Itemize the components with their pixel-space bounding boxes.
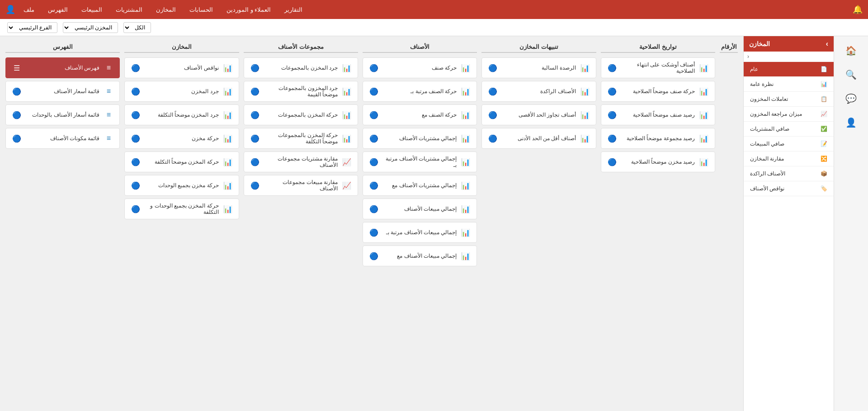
makhazin-label-4: حركة المخزن موضحاً التكلفة xyxy=(145,159,218,165)
menu-item-compare[interactable]: 🔀 مقارنة المخازن xyxy=(744,151,834,166)
menu-item-net-purchases[interactable]: ✅ صافي المشتريات xyxy=(744,122,834,137)
tanbihat-item-1[interactable]: 📊 الأصناف الراكدة 🔵 xyxy=(481,81,596,102)
tarikh-item-0[interactable]: 📊 أصناف أوشكت على انتهاء الصلاحية 🔵 xyxy=(601,57,715,78)
menu-item-stagnant[interactable]: 📦 الأصناف الراكدة xyxy=(744,166,834,181)
makhazin-item-2[interactable]: 📊 جرد المخزن موضحاً التكلفة 🔵 xyxy=(124,104,239,125)
asnaf-label-8: إجمالي مبيعات الأصناف مع xyxy=(383,253,457,259)
branch-select[interactable]: الفرع الرئيسي xyxy=(7,22,57,33)
makhazin-indicator-icon-0: 🔵 xyxy=(129,61,142,74)
majmouat-item-5[interactable]: 📈 مقارنة مبيعات مجموعات الأصناف 🔵 xyxy=(244,175,358,196)
asnaf-chart-icon-8: 📊 xyxy=(459,250,472,262)
section-tarikh-title: تواريخ الصلاحية xyxy=(601,42,715,53)
fihras-item-1[interactable]: ≡ قائمة أسعار الأصناف 🔵 xyxy=(5,81,120,102)
menu-item-balance[interactable]: 📈 ميزان مراجعة المخزون xyxy=(744,107,834,122)
fihras-item-2[interactable]: ≡ قائمة أسعار الأصناف بالوحدات 🔵 xyxy=(5,104,120,125)
nav-left: 🔔 xyxy=(853,5,863,14)
fihras-filter-icon-0: ≡ xyxy=(102,61,115,74)
makhazin-item-0[interactable]: 📊 نواقص الأصناف 🔵 xyxy=(124,57,239,78)
sidebar-item-search[interactable]: 🔍 xyxy=(835,64,867,87)
majmouat-item-4[interactable]: 📈 مقارنة مشتريات مجموعات الأصناف 🔵 xyxy=(244,151,358,172)
tanbihat-item-0[interactable]: 📊 الرصدة السالبة 🔵 xyxy=(481,57,596,78)
right-panel-toggle[interactable]: ‹ xyxy=(744,52,834,62)
makhazin-item-5[interactable]: 📊 حركة مخزن بجميع الوحدات 🔵 xyxy=(124,175,239,196)
fihras-label-2: قائمة أسعار الأصناف بالوحدات xyxy=(26,112,99,118)
asnaf-item-3[interactable]: 📊 إجمالي مشتريات الأصناف 🔵 xyxy=(363,128,477,149)
menu-item-net-sales[interactable]: 📝 صافي المبيعات xyxy=(744,137,834,151)
bell-icon[interactable]: 🔔 xyxy=(853,5,863,14)
asnaf-indicator-icon-3: 🔵 xyxy=(368,132,380,145)
makhazin-label-2: جرد المخزن موضحاً التكلفة xyxy=(145,112,218,118)
second-bar: الكل المخزن الرئيسي الفرع الرئيسي xyxy=(0,19,868,36)
asnaf-chart-icon-5: 📊 xyxy=(459,179,472,192)
tarikh-item-2[interactable]: 📊 رصيد صنف موضحاً الصلاحية 🔵 xyxy=(601,104,715,125)
asnaf-indicator-icon-7: 🔵 xyxy=(368,226,380,239)
asnaf-indicator-icon-2: 🔵 xyxy=(368,109,380,121)
majmouat-item-2[interactable]: 📊 حركة المخزن بالمجموعات 🔵 xyxy=(244,104,358,125)
tarikh-label-4: رصيد مخزن موضحاً الصلاحية xyxy=(621,159,695,165)
all-select[interactable]: الكل xyxy=(123,22,151,33)
asnaf-label-0: حركة صنف xyxy=(383,65,457,71)
makhazin-item-3[interactable]: 📊 حركة مخزن 🔵 xyxy=(124,128,239,149)
majmouat-indicator-icon-0: 🔵 xyxy=(249,61,261,74)
section-makhazin-title: المخازن xyxy=(124,42,239,53)
user-icon[interactable]: 👤 xyxy=(5,5,15,14)
warehouse-select[interactable]: المخزن الرئيسي xyxy=(63,22,118,33)
sidebar-item-whatsapp[interactable]: 💬 xyxy=(835,88,867,111)
tarikh-indicator-icon-2: 🔵 xyxy=(606,109,618,121)
majmouat-item-3[interactable]: 📊 حركة المخزن بالمجموعات موضحاً التكلفة … xyxy=(244,128,358,149)
menu-item-overview[interactable]: 📊 نظرة عامة xyxy=(744,77,834,92)
section-asnaf-title: الأصناف xyxy=(363,42,477,53)
makhazin-label-1: جرد المخزن xyxy=(145,88,218,94)
tanbihat-item-3[interactable]: 📊 أصناف أقل من الحد الأدنى 🔵 xyxy=(481,128,596,149)
asnaf-item-1[interactable]: 📊 حركة الصنف مرتبة بـ 🔵 xyxy=(363,81,477,102)
tanbihat-indicator-icon-3: 🔵 xyxy=(486,132,499,145)
nav-item-warehouses[interactable]: المخازن xyxy=(151,4,181,16)
menu-item-shortages[interactable]: 🏷️ نواقص الأصناف xyxy=(744,181,834,196)
asnaf-item-2[interactable]: 📊 حركة الصنف مع 🔵 xyxy=(363,104,477,125)
nav-item-file[interactable]: ملف xyxy=(18,4,40,16)
asnaf-item-7[interactable]: 📊 إجمالي مبيعات الأصناف مرتبة بـ 🔵 xyxy=(363,222,477,243)
asnaf-item-6[interactable]: 📊 إجمالي مبيعات الأصناف 🔵 xyxy=(363,198,477,219)
majmouat-chart-icon-1: 📊 xyxy=(340,85,353,98)
tarikh-item-4[interactable]: 📊 رصيد مخزن موضحاً الصلاحية 🔵 xyxy=(601,151,715,172)
tarikh-item-1[interactable]: 📊 حركة صنف موضحاً الصلاحية 🔵 xyxy=(601,81,715,102)
makhazin-item-4[interactable]: 📊 حركة المخزن موضحاً التكلفة 🔵 xyxy=(124,151,239,172)
tarikh-item-3[interactable]: 📊 رصيد مجموعة موضحاً الصلاحية 🔵 xyxy=(601,128,715,149)
section-majmouat: مجموعات الأصناف 📊 جرد المخزن بالمجموعات … xyxy=(244,42,358,266)
majmouat-label-0: جرد المخزن بالمجموعات xyxy=(264,65,338,71)
asnaf-item-4[interactable]: 📊 إجمالي مشتريات الأصناف مرتبة بـ 🔵 xyxy=(363,151,477,172)
menu-list: 📄 عام 📊 نظرة عامة 📋 تعاملات المخزون 📈 مي… xyxy=(744,62,834,411)
asnaf-chart-icon-2: 📊 xyxy=(459,109,472,121)
fihras-item-3[interactable]: ≡ قائمة مكونات الأصناف 🔵 xyxy=(5,128,120,149)
fihras-item-0[interactable]: ≡ فهرس الأصناف ☰ xyxy=(5,57,120,78)
makhazin-item-1[interactable]: 📊 جرد المخزن 🔵 xyxy=(124,81,239,102)
tanbihat-item-2[interactable]: 📊 أصناف تجاوز الحد الأقصى 🔵 xyxy=(481,104,596,125)
menu-item-transactions[interactable]: 📋 تعاملات المخزون xyxy=(744,92,834,107)
majmouat-item-1[interactable]: 📊 جرد المخزون بالمجموعات موضحاً القيمة 🔵 xyxy=(244,81,358,102)
nav-item-reports[interactable]: التقارير xyxy=(279,4,308,16)
tanbihat-label-1: الأصناف الراكدة xyxy=(502,88,576,94)
majmouat-compare-icon-4: 📈 xyxy=(340,156,353,168)
majmouat-indicator-icon-5: 🔵 xyxy=(249,179,261,192)
majmouat-label-5: مقارنة مبيعات مجموعات الأصناف xyxy=(264,179,338,192)
asnaf-item-5[interactable]: 📊 إجمالي مشتريات الأصناف مع 🔵 xyxy=(363,175,477,196)
majmouat-item-0[interactable]: 📊 جرد المخزن بالمجموعات 🔵 xyxy=(244,57,358,78)
tanbihat-label-3: أصناف أقل من الحد الأدنى xyxy=(502,135,576,142)
nav-item-purchases[interactable]: المشتريات xyxy=(110,4,148,16)
sidebar-item-user[interactable]: 👤 xyxy=(835,112,867,135)
menu-item-general[interactable]: 📄 عام xyxy=(744,62,834,77)
majmouat-chart-icon-3: 📊 xyxy=(340,132,353,145)
asnaf-item-0[interactable]: 📊 حركة صنف 🔵 xyxy=(363,57,477,78)
fihras-indicator-icon-1: 🔵 xyxy=(10,85,23,98)
right-panel-arrow[interactable]: › xyxy=(826,40,828,48)
menu-item-stagnant-icon: 📦 xyxy=(821,170,827,177)
sidebar-item-home[interactable]: 🏠 xyxy=(835,40,867,63)
asnaf-item-8[interactable]: 📊 إجمالي مبيعات الأصناف مع 🔵 xyxy=(363,246,477,266)
asnaf-label-6: إجمالي مبيعات الأصناف xyxy=(383,206,457,212)
nav-item-clients[interactable]: العملاء و الموردين xyxy=(221,4,276,16)
nav-item-sales[interactable]: المبيعات xyxy=(76,4,108,16)
nav-item-index[interactable]: الفهرس xyxy=(42,4,73,16)
fihras-indicator-icon-3: 🔵 xyxy=(10,132,23,145)
nav-item-accounts[interactable]: الحسابات xyxy=(184,4,218,16)
makhazin-item-6[interactable]: 📊 حركة المخزن بجميع الوحدات و التكلفة 🔵 xyxy=(124,198,239,219)
